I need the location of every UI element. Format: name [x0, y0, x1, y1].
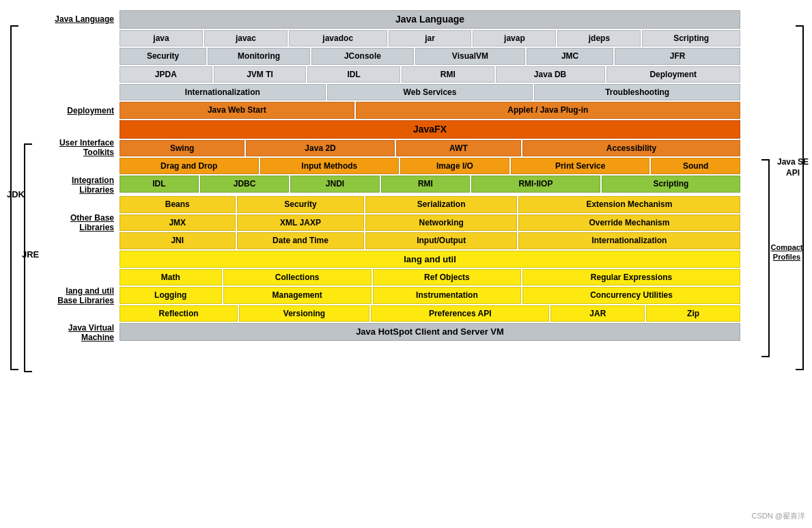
lang-util-header-cells: lang and util [120, 251, 740, 268]
cell-lang-util-header: lang and util [120, 251, 740, 268]
cell-regular-expressions: Regular Expressions [522, 269, 740, 286]
ui-toolkits-label: User Interface Toolkits [44, 120, 120, 175]
cell-drag-drop: Drag and Drop [120, 158, 259, 174]
cell-concurrency-utilities: Concurrency Utilities [522, 287, 740, 303]
jvm-row: Java HotSpot Client and Server VM [120, 323, 740, 341]
watermark: CSDN @翟喜洋 [752, 511, 805, 521]
tools-row1: java javac javadoc jar javap jdeps Scrip… [120, 30, 740, 46]
cell-accessibility: Accessibility [522, 140, 740, 156]
java-se-api-label: Java SEAPI [777, 157, 809, 178]
ui-toolkits-cells: JavaFX Swing Java 2D AWT Accessibility D… [120, 120, 740, 175]
java-language-cells: Java Language java javac javadoc jar jav… [120, 10, 740, 100]
lang-util-row2: Logging Management Instrumentation Concu… [120, 287, 740, 303]
lang-util-cells: Math Collections Ref Objects Regular Exp… [120, 269, 740, 322]
cell-jdeps: jdeps [557, 30, 641, 46]
integration-section: Integration Libraries IDL JDBC JNDI RMI … [44, 176, 740, 195]
tools-row3: JPDA JVM TI IDL RMI Java DB Deployment [120, 66, 740, 83]
cell-preferences-api: Preferences API [371, 305, 550, 322]
cell-javafx: JavaFX [120, 120, 740, 139]
cell-input-methods: Input Methods [260, 158, 400, 174]
cell-jvm: Java HotSpot Client and Server VM [120, 323, 740, 341]
cell-jdbc: JDBC [200, 176, 289, 192]
cell-versioning: Versioning [239, 305, 369, 322]
cell-jconsole: JConsole [311, 48, 414, 64]
cell-extension-mechanism: Extension Mechanism [518, 196, 740, 212]
cell-javac: javac [204, 30, 288, 46]
cell-visualvm: VisualVM [415, 48, 525, 64]
tools-row4: Internationalization Web Services Troubl… [120, 84, 740, 100]
cell-reflection: Reflection [120, 305, 238, 322]
cell-javap: javap [473, 30, 556, 46]
cell-internationalization-base: Internationalization [518, 232, 740, 249]
deployment-section: Deployment Java Web Start Applet / Java … [44, 102, 740, 118]
javafx-row: JavaFX [120, 120, 740, 139]
cell-security-base: Security [237, 196, 365, 212]
cell-scripting-tools: Scripting [642, 30, 740, 46]
cell-jfr: JFR [615, 48, 740, 64]
cell-input-output: Input/Output [365, 232, 516, 249]
diagram-container: JDK JRE Java Language Java Language java [0, 0, 812, 528]
tools-row2: Security Monitoring JConsole VisualVM JM… [120, 48, 740, 64]
cell-image-io: Image I/O [400, 158, 509, 174]
cell-jvmti: JVM TI [214, 66, 307, 83]
java-language-header-row: Java Language [120, 10, 740, 29]
java-language-header: Java Language [120, 10, 740, 29]
jdk-label: JDK [7, 189, 25, 199]
cell-java: java [120, 30, 203, 46]
cell-javadoc: javadoc [289, 30, 387, 46]
ui-row2: Drag and Drop Input Methods Image I/O Pr… [120, 158, 740, 174]
jvm-cells: Java HotSpot Client and Server VM [120, 323, 740, 342]
cell-collections: Collections [223, 269, 372, 286]
cell-jmx: JMX [120, 214, 236, 231]
other-base-row1: Beans Security Serialization Extension M… [120, 196, 740, 212]
lang-util-header-row: lang and util [120, 251, 740, 268]
cell-webservices: Web Services [327, 84, 533, 100]
cell-jmc: JMC [527, 48, 613, 64]
cell-monitoring: Monitoring [208, 48, 310, 64]
other-base-cells: Beans Security Serialization Extension M… [120, 196, 740, 249]
cell-rmi-iiop: RMI-IIOP [471, 176, 600, 192]
compact-bracket [761, 159, 770, 357]
cell-deployment-tools: Deployment [606, 66, 740, 83]
main-grid: Java Language Java Language java javac j… [44, 10, 740, 342]
integration-cells: IDL JDBC JNDI RMI RMI-IIOP Scripting [120, 176, 740, 195]
jvm-label: Java Virtual Machine [44, 323, 120, 342]
cell-scripting-int: Scripting [602, 176, 740, 192]
cell-print-service: Print Service [511, 158, 650, 174]
integration-row: IDL JDBC JNDI RMI RMI-IIOP Scripting [120, 176, 740, 192]
cell-date-time: Date and Time [237, 232, 365, 249]
lang-util-row3: Reflection Versioning Preferences API JA… [120, 305, 740, 322]
cell-serialization: Serialization [365, 196, 516, 212]
cell-jpda: JPDA [120, 66, 212, 83]
java-language-label: Java Language [44, 10, 120, 24]
cell-xml-jaxp: XML JAXP [237, 214, 365, 231]
cell-java2d: Java 2D [246, 140, 394, 156]
cell-awt: AWT [396, 140, 521, 156]
cell-internationalization-tools: Internationalization [120, 84, 326, 100]
other-base-label: Other Base Libraries [44, 196, 120, 249]
cell-rmi: RMI [381, 176, 470, 192]
lang-util-row1: Math Collections Ref Objects Regular Exp… [120, 269, 740, 286]
other-base-row3: JNI Date and Time Input/Output Internati… [120, 232, 740, 249]
cell-idl-tools: IDL [307, 66, 400, 83]
cell-troubleshooting: Troubleshooting [534, 84, 740, 100]
cell-applet: Applet / Java Plug-in [356, 102, 740, 118]
cell-sound: Sound [651, 158, 740, 174]
deployment-label: Deployment [44, 102, 120, 118]
deployment-row: Java Web Start Applet / Java Plug-in [120, 102, 740, 118]
cell-beans: Beans [120, 196, 236, 212]
cell-instrumentation: Instrumentation [373, 287, 521, 303]
cell-logging: Logging [120, 287, 222, 303]
ui-toolkits-section: User Interface Toolkits JavaFX Swing Jav… [44, 120, 740, 175]
cell-ref-objects: Ref Objects [373, 269, 521, 286]
cell-rmi-tools: RMI [402, 66, 494, 83]
jvm-section: Java Virtual Machine Java HotSpot Client… [44, 323, 740, 342]
lang-util-header-label [44, 251, 120, 268]
lang-util-header-section: lang and util [44, 251, 740, 268]
other-base-section: Other Base Libraries Beans Security Seri… [44, 196, 740, 249]
cell-math: Math [120, 269, 222, 286]
deployment-cells: Java Web Start Applet / Java Plug-in [120, 102, 740, 118]
cell-zip: Zip [646, 305, 740, 322]
ui-row1: Swing Java 2D AWT Accessibility [120, 140, 740, 156]
cell-jar: JAR [550, 305, 645, 322]
